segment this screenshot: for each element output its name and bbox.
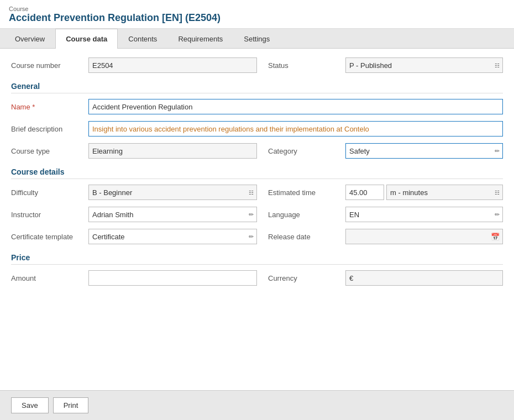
category-wrapper: ✏ bbox=[345, 143, 503, 159]
tab-bar: Overview Course data Contents Requiremen… bbox=[0, 29, 514, 49]
brief-desc-input[interactable] bbox=[88, 121, 503, 136]
certificate-input[interactable] bbox=[88, 229, 257, 244]
breadcrumb: Course bbox=[9, 6, 505, 12]
page-footer: Save Print bbox=[0, 390, 514, 420]
time-unit-select[interactable]: m - minutes bbox=[386, 185, 503, 200]
course-number-input[interactable] bbox=[88, 57, 257, 73]
brief-desc-row: Brief description bbox=[11, 121, 503, 136]
difficulty-select[interactable]: B - Beginner bbox=[88, 185, 257, 200]
currency-label: Currency bbox=[268, 274, 345, 282]
category-label: Category bbox=[268, 147, 345, 155]
main-content: Course number Status P - Published ☷ Gen… bbox=[0, 49, 514, 390]
course-type-row: Course type Category ✏ bbox=[11, 143, 503, 159]
category-input[interactable] bbox=[345, 143, 503, 159]
status-label: Status bbox=[268, 61, 345, 70]
amount-field: Amount bbox=[11, 270, 257, 286]
difficulty-select-wrapper: B - Beginner ☷ bbox=[88, 185, 257, 200]
time-unit-wrapper: m - minutes ☷ bbox=[386, 185, 503, 200]
tab-course-data[interactable]: Course data bbox=[55, 29, 118, 49]
certificate-wrapper: ✏ bbox=[88, 229, 257, 244]
amount-label: Amount bbox=[11, 274, 88, 282]
currency-input bbox=[345, 270, 503, 286]
instructor-field: Instructor ✏ bbox=[11, 207, 257, 222]
category-field: Category ✏ bbox=[257, 143, 503, 159]
tab-settings[interactable]: Settings bbox=[233, 29, 280, 49]
brief-desc-label: Brief description bbox=[11, 125, 88, 133]
status-field: Status P - Published ☷ bbox=[257, 57, 503, 73]
course-type-field: Course type bbox=[11, 143, 257, 159]
estimated-time-input[interactable] bbox=[345, 185, 384, 200]
certificate-row: Certificate template ✏ Release date 📅 bbox=[11, 229, 503, 244]
amount-input[interactable] bbox=[88, 270, 257, 286]
currency-field: Currency bbox=[257, 270, 503, 286]
language-label: Language bbox=[268, 211, 345, 219]
course-number-label: Course number bbox=[11, 61, 88, 70]
instructor-label: Instructor bbox=[11, 211, 88, 219]
name-label: Name * bbox=[11, 103, 88, 111]
tab-contents[interactable]: Contents bbox=[118, 29, 167, 49]
status-select[interactable]: P - Published bbox=[345, 57, 503, 73]
certificate-field: Certificate template ✏ bbox=[11, 229, 257, 244]
course-number-row: Course number Status P - Published ☷ bbox=[11, 57, 503, 73]
estimated-time-field: Estimated time m - minutes ☷ bbox=[257, 185, 503, 200]
estimated-time-label: Estimated time bbox=[268, 188, 345, 197]
course-type-input bbox=[88, 143, 257, 159]
instructor-input[interactable] bbox=[88, 207, 257, 222]
name-row: Name * bbox=[11, 99, 503, 114]
course-details-heading: Course details bbox=[11, 167, 503, 179]
difficulty-row: Difficulty B - Beginner ☷ Estimated time… bbox=[11, 185, 503, 200]
general-heading: General bbox=[11, 82, 503, 93]
course-type-label: Course type bbox=[11, 147, 88, 155]
release-date-label: Release date bbox=[268, 233, 345, 241]
certificate-label: Certificate template bbox=[11, 233, 88, 241]
course-number-field: Course number bbox=[11, 57, 257, 73]
name-input[interactable] bbox=[88, 99, 503, 114]
difficulty-label: Difficulty bbox=[11, 188, 88, 197]
tab-overview[interactable]: Overview bbox=[4, 29, 55, 49]
save-button[interactable]: Save bbox=[11, 397, 49, 413]
difficulty-field: Difficulty B - Beginner ☷ bbox=[11, 185, 257, 200]
release-date-input[interactable] bbox=[345, 229, 503, 244]
language-field: Language ✏ bbox=[257, 207, 503, 222]
estimated-time-group: m - minutes ☷ bbox=[345, 185, 503, 200]
page-title: Accident Prevention Regulation [EN] (E25… bbox=[9, 12, 505, 24]
language-wrapper: ✏ bbox=[345, 207, 503, 222]
tab-requirements[interactable]: Requirements bbox=[167, 29, 233, 49]
status-select-wrapper: P - Published ☷ bbox=[345, 57, 503, 73]
instructor-wrapper: ✏ bbox=[88, 207, 257, 222]
page-header: Course Accident Prevention Regulation [E… bbox=[0, 0, 514, 29]
price-row: Amount Currency bbox=[11, 270, 503, 286]
print-button[interactable]: Print bbox=[53, 397, 89, 413]
price-heading: Price bbox=[11, 253, 503, 265]
release-date-wrapper: 📅 bbox=[345, 229, 503, 244]
instructor-row: Instructor ✏ Language ✏ bbox=[11, 207, 503, 222]
release-date-field: Release date 📅 bbox=[257, 229, 503, 244]
language-input[interactable] bbox=[345, 207, 503, 222]
